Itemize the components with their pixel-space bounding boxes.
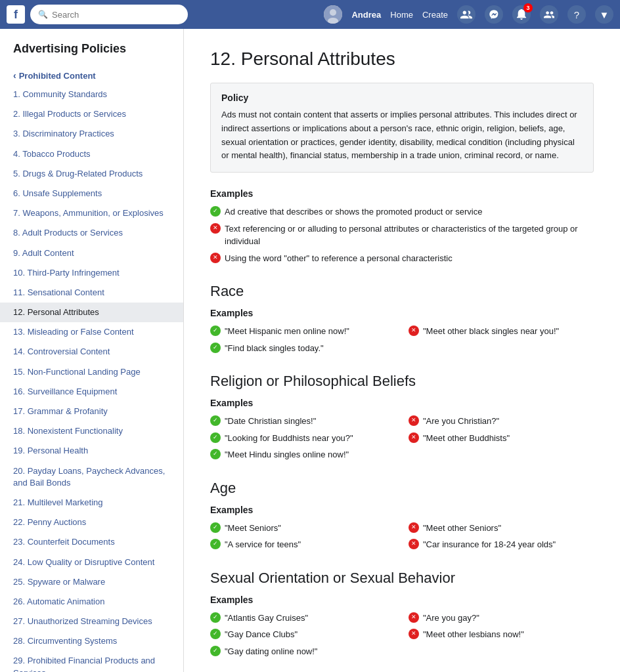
x-icon: ✕ (409, 612, 419, 623)
example-item: ✕"Are you Christian?" (409, 415, 594, 428)
x-icon: ✕ (409, 629, 419, 639)
check-icon: ✓ (210, 206, 221, 217)
topnav-right-actions: Andrea Home Create 3 ? ▼ (324, 5, 613, 24)
example-item: ✓"Meet Seniors" (210, 522, 395, 535)
section-examples-label-2: Examples (210, 505, 594, 515)
sidebar-item-12[interactable]: 13. Misleading or False Content (0, 322, 183, 342)
sidebar-item-10[interactable]: 11. Sensational Content (0, 283, 183, 303)
empty-cell (409, 448, 594, 461)
sidebar-item-25[interactable]: 26. Automatic Animation (0, 592, 183, 612)
sidebar-item-1[interactable]: 2. Illegal Products or Services (0, 104, 183, 124)
section-title-0: Race (210, 283, 594, 300)
example-text: "Gay dating online now!" (225, 645, 317, 658)
messenger-icon[interactable] (485, 5, 503, 24)
example-item: ✕"Meet other Seniors" (409, 522, 594, 535)
check-icon: ✓ (210, 343, 221, 353)
sidebar-section-header[interactable]: Prohibited Content (0, 66, 183, 85)
sidebar-item-16[interactable]: 17. Grammar & Profanity (0, 402, 183, 421)
main-content: 12. Personal Attributes Policy Ads must … (184, 29, 620, 672)
example-item: ✓"Meet Hispanic men online now!" (210, 325, 395, 338)
sidebar-item-20[interactable]: 21. Multilevel Marketing (0, 493, 183, 513)
home-link[interactable]: Home (390, 10, 413, 20)
example-item: ✕"Are you gay?" (409, 612, 594, 625)
x-icon: ✕ (409, 415, 419, 426)
sidebar-item-4[interactable]: 5. Drugs & Drug-Related Products (0, 164, 183, 184)
sidebar-item-27[interactable]: 28. Circumventing Systems (0, 631, 183, 651)
username-label[interactable]: Andrea (351, 10, 381, 20)
x-icon: ✕ (210, 223, 221, 234)
section-examples-grid-2: ✓"Meet Seniors"✕"Meet other Seniors"✓"A … (210, 522, 594, 551)
example-item: ✓"Looking for Buddhists near you?" (210, 432, 395, 445)
sidebar-item-11[interactable]: 12. Personal Attributes (0, 303, 183, 322)
search-bar[interactable]: 🔍 (30, 5, 188, 24)
x-icon: ✕ (409, 326, 419, 336)
example-text: Ad creative that describes or shows the … (225, 205, 482, 219)
example-item: ✕"Meet other lesbians now!" (409, 628, 594, 641)
sidebar-item-0[interactable]: 1. Community Standards (0, 85, 183, 104)
sidebar-item-8[interactable]: 9. Adult Content (0, 243, 183, 263)
example-item: ✕"Meet other Buddhists" (409, 432, 594, 445)
sidebar-item-24[interactable]: 25. Spyware or Malware (0, 572, 183, 592)
sidebar-item-3[interactable]: 4. Tobacco Products (0, 144, 183, 164)
example-item: ✓"Date Christian singles!" (210, 415, 395, 428)
notifications-icon[interactable]: 3 (512, 5, 531, 24)
sidebar-item-13[interactable]: 14. Controversial Content (0, 342, 183, 362)
sidebar-item-21[interactable]: 22. Penny Auctions (0, 513, 183, 532)
section-examples-grid-1: ✓"Date Christian singles!"✕"Are you Chri… (210, 415, 594, 461)
example-text: "Gay Dance Clubs" (225, 628, 298, 641)
section-examples-label-0: Examples (210, 308, 594, 318)
example-text: "Date Christian singles!" (225, 415, 316, 428)
example-item: ✓Ad creative that describes or shows the… (210, 205, 594, 219)
check-icon: ✓ (210, 522, 221, 533)
help-icon[interactable]: ? (567, 5, 586, 24)
friend-requests-icon[interactable] (540, 5, 558, 24)
example-text: "Looking for Buddhists near you?" (225, 432, 353, 445)
example-text: "A service for teens" (225, 538, 301, 551)
example-text: "Are you gay?" (423, 612, 479, 625)
example-item: ✕"Meet other black singles near you!" (409, 325, 594, 338)
svg-point-1 (330, 9, 336, 16)
create-link[interactable]: Create (422, 10, 448, 20)
sidebar-item-18[interactable]: 19. Personal Health (0, 441, 183, 461)
check-icon: ✓ (210, 539, 221, 549)
sidebar-item-23[interactable]: 24. Low Quality or Disruptive Content (0, 553, 183, 572)
empty-cell (409, 342, 594, 355)
page-title: 12. Personal Attributes (210, 49, 594, 70)
example-item: ✓"Find black singles today." (210, 342, 395, 355)
sidebar-item-26[interactable]: 27. Unauthorized Streaming Devices (0, 612, 183, 631)
example-item: ✕Text referencing or or alluding to pers… (210, 222, 594, 248)
friends-icon[interactable] (457, 5, 476, 24)
example-item: ✓"A service for teens" (210, 538, 395, 551)
section-title-2: Age (210, 480, 594, 497)
example-text: "Find black singles today." (225, 342, 324, 355)
page-wrapper: Advertising Policies Prohibited Content … (0, 29, 620, 672)
sidebar-item-15[interactable]: 16. Surveillance Equipment (0, 382, 183, 402)
sidebar-item-19[interactable]: 20. Payday Loans, Paycheck Advances, and… (0, 461, 183, 493)
sidebar-item-28[interactable]: 29. Prohibited Financial Products and Se… (0, 651, 183, 672)
example-text: Using the word "other" to reference a pe… (225, 252, 453, 265)
sidebar-item-6[interactable]: 7. Weapons, Ammunition, or Explosives (0, 203, 183, 223)
sidebar-item-17[interactable]: 18. Nonexistent Functionality (0, 421, 183, 441)
search-input[interactable] (52, 10, 180, 20)
sidebar-item-14[interactable]: 15. Non-Functional Landing Page (0, 362, 183, 382)
example-text: "Meet other Buddhists" (423, 432, 510, 445)
section-examples-grid-0: ✓"Meet Hispanic men online now!"✕"Meet o… (210, 325, 594, 354)
sidebar-item-9[interactable]: 10. Third-Party Infringement (0, 263, 183, 283)
example-item: ✓"Meet Hindu singles online now!" (210, 448, 395, 461)
example-text: "Meet Seniors" (225, 522, 281, 535)
example-text: "Are you Christian?" (423, 415, 499, 428)
sidebar-items-list: 1. Community Standards2. Illegal Product… (0, 85, 183, 672)
sidebar-item-22[interactable]: 23. Counterfeit Documents (0, 532, 183, 552)
general-examples-label: Examples (210, 188, 594, 199)
dropdown-icon[interactable]: ▼ (595, 5, 613, 24)
sidebar-item-2[interactable]: 3. Discriminatory Practices (0, 124, 183, 144)
policy-box: Policy Ads must not contain content that… (210, 83, 594, 173)
top-navigation: f 🔍 Andrea Home Create 3 ? ▼ (0, 0, 620, 29)
example-text: "Meet other black singles near you!" (423, 325, 559, 338)
sidebar-item-7[interactable]: 8. Adult Products or Services (0, 223, 183, 243)
section-examples-label-3: Examples (210, 595, 594, 605)
avatar[interactable] (324, 5, 342, 24)
facebook-logo[interactable]: f (7, 5, 25, 24)
example-text: "Meet Hindu singles online now!" (225, 448, 349, 461)
sidebar-item-5[interactable]: 6. Unsafe Supplements (0, 184, 183, 203)
